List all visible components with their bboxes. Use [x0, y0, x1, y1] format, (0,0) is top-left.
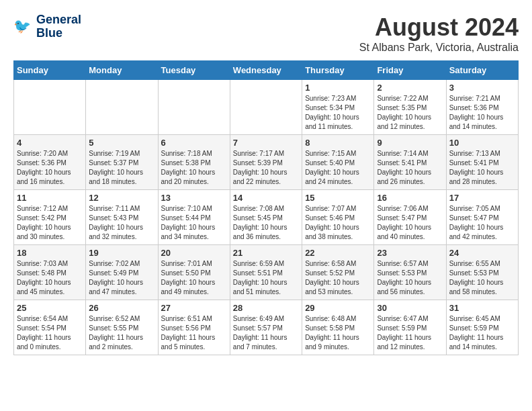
- calendar-cell: 24Sunrise: 6:55 AM Sunset: 5:53 PM Dayli…: [446, 245, 518, 300]
- day-number: 3: [449, 83, 515, 93]
- day-info: Sunrise: 7:05 AM Sunset: 5:47 PM Dayligh…: [449, 204, 515, 242]
- day-number: 23: [377, 248, 443, 258]
- calendar-cell: 27Sunrise: 6:51 AM Sunset: 5:56 PM Dayli…: [158, 300, 230, 355]
- day-info: Sunrise: 6:52 AM Sunset: 5:55 PM Dayligh…: [89, 314, 154, 352]
- calendar-cell: 20Sunrise: 7:01 AM Sunset: 5:50 PM Dayli…: [158, 245, 230, 300]
- calendar-cell: 12Sunrise: 7:11 AM Sunset: 5:43 PM Dayli…: [86, 190, 158, 245]
- calendar-cell: [158, 80, 230, 135]
- day-info: Sunrise: 7:23 AM Sunset: 5:34 PM Dayligh…: [305, 94, 371, 132]
- day-info: Sunrise: 7:19 AM Sunset: 5:37 PM Dayligh…: [89, 149, 154, 187]
- calendar-cell: 21Sunrise: 6:59 AM Sunset: 5:51 PM Dayli…: [230, 245, 302, 300]
- logo-icon: 🐦: [13, 17, 34, 37]
- calendar-cell: 22Sunrise: 6:58 AM Sunset: 5:52 PM Dayli…: [302, 245, 374, 300]
- location-title: St Albans Park, Victoria, Australia: [359, 42, 519, 54]
- day-number: 17: [449, 193, 515, 203]
- calendar-cell: 5Sunrise: 7:19 AM Sunset: 5:37 PM Daylig…: [86, 135, 158, 190]
- calendar-table: SundayMondayTuesdayWednesdayThursdayFrid…: [13, 60, 519, 355]
- day-info: Sunrise: 7:10 AM Sunset: 5:44 PM Dayligh…: [161, 204, 227, 242]
- calendar-cell: 17Sunrise: 7:05 AM Sunset: 5:47 PM Dayli…: [446, 190, 518, 245]
- calendar-body: 1Sunrise: 7:23 AM Sunset: 5:34 PM Daylig…: [14, 80, 519, 355]
- day-number: 16: [377, 193, 443, 203]
- day-info: Sunrise: 7:21 AM Sunset: 5:36 PM Dayligh…: [449, 94, 515, 132]
- svg-text:🐦: 🐦: [13, 17, 32, 35]
- weekday-header-cell: Sunday: [14, 61, 86, 80]
- weekday-header-cell: Wednesday: [230, 61, 302, 80]
- day-info: Sunrise: 6:57 AM Sunset: 5:53 PM Dayligh…: [377, 259, 443, 297]
- calendar-cell: 1Sunrise: 7:23 AM Sunset: 5:34 PM Daylig…: [302, 80, 374, 135]
- calendar-cell: [230, 80, 302, 135]
- day-number: 4: [17, 138, 83, 148]
- calendar-cell: 18Sunrise: 7:03 AM Sunset: 5:48 PM Dayli…: [14, 245, 86, 300]
- day-number: 2: [377, 83, 443, 93]
- day-number: 19: [89, 248, 154, 258]
- day-number: 31: [449, 303, 515, 313]
- day-info: Sunrise: 7:12 AM Sunset: 5:42 PM Dayligh…: [17, 204, 83, 242]
- day-info: Sunrise: 7:22 AM Sunset: 5:35 PM Dayligh…: [377, 94, 443, 132]
- calendar-cell: 14Sunrise: 7:08 AM Sunset: 5:45 PM Dayli…: [230, 190, 302, 245]
- month-year-title: August 2024: [359, 13, 519, 42]
- day-number: 8: [305, 138, 371, 148]
- calendar-cell: 11Sunrise: 7:12 AM Sunset: 5:42 PM Dayli…: [14, 190, 86, 245]
- logo-text: General Blue: [36, 13, 81, 40]
- calendar-cell: 25Sunrise: 6:54 AM Sunset: 5:54 PM Dayli…: [14, 300, 86, 355]
- day-number: 21: [233, 248, 299, 258]
- day-number: 6: [161, 138, 227, 148]
- calendar-cell: 29Sunrise: 6:48 AM Sunset: 5:58 PM Dayli…: [302, 300, 374, 355]
- calendar-cell: [14, 80, 86, 135]
- day-info: Sunrise: 6:58 AM Sunset: 5:52 PM Dayligh…: [305, 259, 371, 297]
- day-number: 20: [161, 248, 227, 258]
- day-info: Sunrise: 6:49 AM Sunset: 5:57 PM Dayligh…: [233, 314, 299, 352]
- day-info: Sunrise: 6:59 AM Sunset: 5:51 PM Dayligh…: [233, 259, 299, 297]
- weekday-header-cell: Monday: [86, 61, 158, 80]
- day-info: Sunrise: 7:20 AM Sunset: 5:36 PM Dayligh…: [17, 149, 83, 187]
- calendar-cell: 28Sunrise: 6:49 AM Sunset: 5:57 PM Dayli…: [230, 300, 302, 355]
- day-info: Sunrise: 7:06 AM Sunset: 5:47 PM Dayligh…: [377, 204, 443, 242]
- calendar-cell: 6Sunrise: 7:18 AM Sunset: 5:38 PM Daylig…: [158, 135, 230, 190]
- calendar-cell: 10Sunrise: 7:13 AM Sunset: 5:41 PM Dayli…: [446, 135, 518, 190]
- day-info: Sunrise: 7:02 AM Sunset: 5:49 PM Dayligh…: [89, 259, 154, 297]
- calendar-week-row: 25Sunrise: 6:54 AM Sunset: 5:54 PM Dayli…: [14, 300, 519, 355]
- page-header: 🐦 General Blue August 2024 St Albans Par…: [13, 13, 519, 54]
- calendar-cell: 2Sunrise: 7:22 AM Sunset: 5:35 PM Daylig…: [374, 80, 446, 135]
- calendar-cell: 30Sunrise: 6:47 AM Sunset: 5:59 PM Dayli…: [374, 300, 446, 355]
- day-info: Sunrise: 7:11 AM Sunset: 5:43 PM Dayligh…: [89, 204, 154, 242]
- day-info: Sunrise: 6:47 AM Sunset: 5:59 PM Dayligh…: [377, 314, 443, 352]
- day-number: 22: [305, 248, 371, 258]
- day-info: Sunrise: 7:17 AM Sunset: 5:39 PM Dayligh…: [233, 149, 299, 187]
- calendar-cell: 4Sunrise: 7:20 AM Sunset: 5:36 PM Daylig…: [14, 135, 86, 190]
- day-number: 27: [161, 303, 227, 313]
- day-number: 25: [17, 303, 83, 313]
- day-info: Sunrise: 7:18 AM Sunset: 5:38 PM Dayligh…: [161, 149, 227, 187]
- day-info: Sunrise: 7:01 AM Sunset: 5:50 PM Dayligh…: [161, 259, 227, 297]
- calendar-cell: 9Sunrise: 7:14 AM Sunset: 5:41 PM Daylig…: [374, 135, 446, 190]
- day-info: Sunrise: 7:07 AM Sunset: 5:46 PM Dayligh…: [305, 204, 371, 242]
- weekday-header-cell: Saturday: [446, 61, 518, 80]
- day-info: Sunrise: 7:03 AM Sunset: 5:48 PM Dayligh…: [17, 259, 83, 297]
- calendar-cell: 31Sunrise: 6:45 AM Sunset: 5:59 PM Dayli…: [446, 300, 518, 355]
- calendar-week-row: 18Sunrise: 7:03 AM Sunset: 5:48 PM Dayli…: [14, 245, 519, 300]
- day-number: 26: [89, 303, 154, 313]
- day-number: 9: [377, 138, 443, 148]
- day-number: 7: [233, 138, 299, 148]
- day-info: Sunrise: 6:51 AM Sunset: 5:56 PM Dayligh…: [161, 314, 227, 352]
- calendar-cell: 26Sunrise: 6:52 AM Sunset: 5:55 PM Dayli…: [86, 300, 158, 355]
- day-info: Sunrise: 6:54 AM Sunset: 5:54 PM Dayligh…: [17, 314, 83, 352]
- calendar-cell: 7Sunrise: 7:17 AM Sunset: 5:39 PM Daylig…: [230, 135, 302, 190]
- title-section: August 2024 St Albans Park, Victoria, Au…: [359, 13, 519, 54]
- calendar-cell: [86, 80, 158, 135]
- day-info: Sunrise: 6:55 AM Sunset: 5:53 PM Dayligh…: [449, 259, 515, 297]
- day-number: 1: [305, 83, 371, 93]
- day-number: 24: [449, 248, 515, 258]
- weekday-header-cell: Friday: [374, 61, 446, 80]
- calendar-cell: 3Sunrise: 7:21 AM Sunset: 5:36 PM Daylig…: [446, 80, 518, 135]
- day-number: 18: [17, 248, 83, 258]
- calendar-cell: 19Sunrise: 7:02 AM Sunset: 5:49 PM Dayli…: [86, 245, 158, 300]
- weekday-header-cell: Thursday: [302, 61, 374, 80]
- day-info: Sunrise: 7:15 AM Sunset: 5:40 PM Dayligh…: [305, 149, 371, 187]
- day-number: 5: [89, 138, 154, 148]
- day-info: Sunrise: 7:08 AM Sunset: 5:45 PM Dayligh…: [233, 204, 299, 242]
- calendar-week-row: 11Sunrise: 7:12 AM Sunset: 5:42 PM Dayli…: [14, 190, 519, 245]
- calendar-week-row: 4Sunrise: 7:20 AM Sunset: 5:36 PM Daylig…: [14, 135, 519, 190]
- weekday-header-row: SundayMondayTuesdayWednesdayThursdayFrid…: [14, 61, 519, 80]
- calendar-week-row: 1Sunrise: 7:23 AM Sunset: 5:34 PM Daylig…: [14, 80, 519, 135]
